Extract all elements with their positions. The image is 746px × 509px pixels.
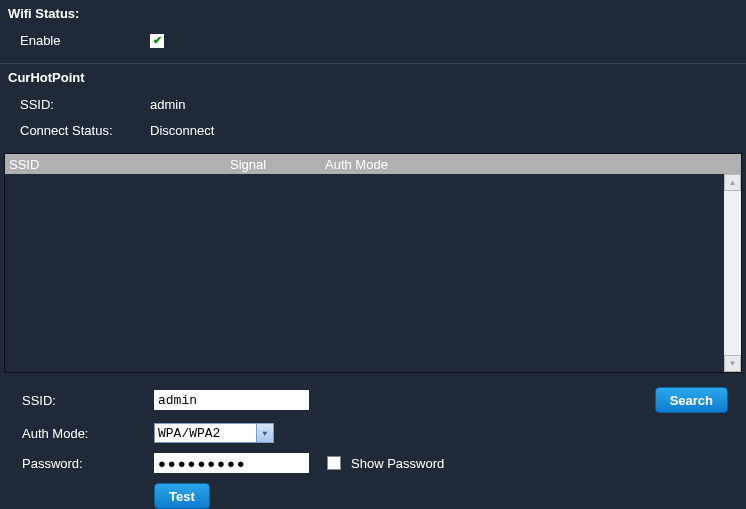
enable-label: Enable (20, 33, 150, 48)
hotpoint-ssid-row: SSID: admin (8, 91, 738, 117)
network-list-header: SSID Signal Auth Mode (5, 154, 741, 174)
network-list: SSID Signal Auth Mode ▲ ▼ (4, 153, 742, 373)
scroll-down-icon[interactable]: ▼ (724, 355, 741, 372)
scroll-track[interactable] (724, 191, 741, 355)
enable-row: Enable ✔ (8, 27, 738, 53)
form-ssid-row: SSID: Search (22, 387, 728, 413)
wifi-status-title: Wifi Status: (8, 4, 738, 27)
form-auth-label: Auth Mode: (22, 426, 154, 441)
hotpoint-connect-value: Disconnect (150, 123, 738, 138)
wifi-status-section: Wifi Status: Enable ✔ (0, 0, 746, 63)
wifi-form: SSID: Search Auth Mode: WPA/WPA2 ▼ Passw… (0, 373, 746, 509)
form-password-row: Password: Show Password (22, 453, 728, 473)
col-header-auth: Auth Mode (325, 157, 741, 172)
form-test-row: Test (22, 483, 728, 509)
search-button[interactable]: Search (655, 387, 728, 413)
ssid-input[interactable] (154, 390, 309, 410)
hotpoint-ssid-value: admin (150, 97, 738, 112)
col-header-signal: Signal (230, 157, 325, 172)
scrollbar[interactable]: ▲ ▼ (724, 174, 741, 372)
form-auth-row: Auth Mode: WPA/WPA2 ▼ (22, 423, 728, 443)
hotpoint-section: CurHotPoint SSID: admin Connect Status: … (0, 64, 746, 153)
network-list-body[interactable] (5, 174, 741, 372)
auth-mode-value: WPA/WPA2 (155, 426, 256, 441)
chevron-down-icon[interactable]: ▼ (256, 424, 273, 442)
hotpoint-connect-label: Connect Status: (20, 123, 150, 138)
hotpoint-connect-row: Connect Status: Disconnect (8, 117, 738, 143)
hotpoint-ssid-label: SSID: (20, 97, 150, 112)
form-password-label: Password: (22, 456, 154, 471)
form-ssid-label: SSID: (22, 393, 154, 408)
test-button[interactable]: Test (154, 483, 210, 509)
password-input[interactable] (154, 453, 309, 473)
enable-value: ✔ (150, 32, 738, 48)
hotpoint-title: CurHotPoint (8, 68, 738, 91)
scroll-up-icon[interactable]: ▲ (724, 174, 741, 191)
show-password-label: Show Password (351, 456, 444, 471)
col-header-ssid: SSID (5, 157, 230, 172)
auth-mode-select[interactable]: WPA/WPA2 ▼ (154, 423, 274, 443)
show-password-checkbox[interactable] (327, 456, 341, 470)
enable-checkbox[interactable]: ✔ (150, 34, 164, 48)
